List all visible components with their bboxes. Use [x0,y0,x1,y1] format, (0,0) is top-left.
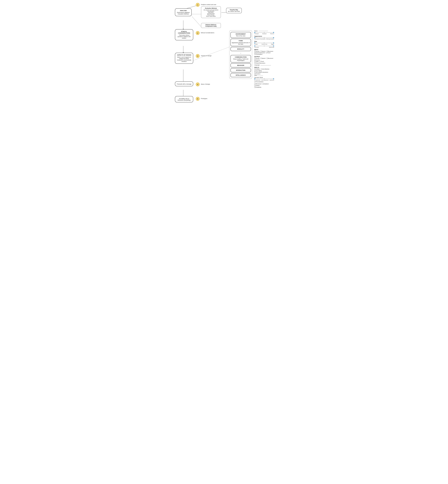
svg-line-8 [193,47,229,60]
personalization-label: Personalization [256,81,264,82]
zoomorphic-label: Zoomorphic. [260,38,266,40]
skills-joint-item: Joint Attention [261,68,269,70]
output-sounds-item: Sounds [254,58,259,59]
analytical-label: Analytical [264,83,269,84]
empathy-title: Empathy Map [228,9,240,10]
modality-title: MODALITY [232,48,250,50]
role-slider-track [254,32,274,33]
input-facial-item: Facial Expressions [254,52,265,53]
modality-slider-right-dot [273,45,274,47]
skills-imitation-checkbox[interactable] [254,68,256,70]
skills-checkboxes-2: Self-initiated interactions Emotions [254,72,274,74]
output-speech-checkbox[interactable] [260,58,262,59]
assistant-label: Assistant [262,33,267,34]
prototypes-box: low-fidelity, flow of interaction (story… [175,96,193,102]
behavior-box: BEHAVIOR [231,63,251,67]
caricatured-label: Caricatured [254,38,260,40]
communication-title: COMMUNICATION [232,56,250,58]
eval-methods-box: Evaluation Methods (for parents and spec… [201,6,221,18]
output-facial-checkbox[interactable] [254,63,256,64]
modality-slider-left-dot [254,45,255,47]
form-title: FORM [232,40,250,41]
properties-panel: Name: Therapist Assistant Partners Appar… [254,30,274,88]
output-checkboxes-1: Sounds Speech Movement Screens [254,58,274,61]
personalization-item: Personalization [254,81,264,82]
intelligence-title: INTELLIGENCE [232,74,250,76]
empathetic-checkbox[interactable] [254,87,256,88]
role-slider-right-dot [273,32,274,33]
skills-joint-checkbox[interactable] [261,68,262,70]
input-sounds-checkbox[interactable] [254,51,256,52]
step-4-circle: 4 [196,82,200,86]
intuitive-checkbox[interactable] [254,85,256,86]
input-checkboxes-3: Physiological [254,54,274,55]
size-title: Size [254,41,274,42]
operation-slider-right-dot [273,78,274,79]
communication-subtitle: Visual, Auditory, Tactile and Physiologi… [232,58,250,61]
operation-slider-labels: no autonomy semi-autonomy autonomy [254,80,274,81]
operation-slider-track [254,79,274,79]
operation-slider-tick [264,78,264,80]
aspects-title: ASPECTS OF DESIGN [177,54,192,56]
output-movement-item: Movement [266,58,273,59]
input-physiological-checkbox[interactable] [254,54,256,55]
skills-emotions-checkbox[interactable] [254,73,256,74]
output-lights-item: Lights [254,61,259,62]
input-movement-checkbox[interactable] [266,51,268,52]
size-slider-row: Smaller Human-Size Bigger [254,43,274,45]
output-checkboxes-2: Lights Touch Facial Expressions [254,61,274,64]
input-touch-checkbox[interactable] [266,52,267,53]
analytical-checkbox[interactable] [262,83,264,84]
role-slider-left-dot [254,32,255,33]
skills-emotions-item: Emotions [254,73,260,74]
unimodal-label: Unimodal [254,47,259,48]
ethical-title: ETHICAL CONSIDERATIONS [177,31,192,34]
interaction-title: INTERACTION [232,69,250,71]
eval-title: Evaluation Methods [202,8,219,9]
size-slider-right-dot [273,42,274,43]
output-title: OUTPUT [254,56,274,57]
appearance-title: Appareance [254,35,274,37]
mechanical-checkbox[interactable] [254,83,256,84]
robotic-platforms-box: Robotic Platforms Comparative study [201,23,221,28]
ethical-subtitle: Think about ethical questions related to… [177,34,192,39]
behavior-title: BEHAVIOR [232,65,250,66]
empathetic-label: Empathetic [256,87,261,88]
appearance-slider-right-dot [273,37,274,38]
name-label: Name: [254,30,258,32]
operation-slider-row: no autonomy semi-autonomy autonomy [254,79,274,81]
form-box: FORM Appareance physical and size of the… [231,39,251,46]
output-touch-checkbox[interactable] [259,61,261,62]
size-slider-track [254,43,274,43]
input-speech-checkbox[interactable] [260,51,262,52]
intelligence-checkboxes-2: Empathetic [254,87,274,88]
output-sounds-checkbox[interactable] [254,58,256,59]
step-1-circle: 1 [196,3,200,7]
output-movement-checkbox[interactable] [266,58,268,59]
size-slider-labels: Smaller Human-Size Bigger [254,44,274,45]
input-facial-checkbox[interactable] [254,52,256,53]
output-lights-checkbox[interactable] [254,61,256,62]
step-1-label: Analysis context and user [201,4,216,5]
robotic-title: Robotic Platforms Comparative study [202,24,219,27]
skills-turn-checkbox[interactable] [254,70,256,71]
empathy-map-box: Empathy Map (for children with ASD) [226,8,242,13]
form-subtitle: Appareance physical and size of the robo… [232,42,250,45]
empathy-subtitle: (for children with ASD) [228,11,240,12]
multimodal-label: Multimodal [269,47,274,48]
prototypes-text: low-fidelity, flow of interaction (story… [177,98,192,101]
personalization-row: Personalization [254,81,274,82]
appearance-slider-labels: Caricatured Zoomorphic. Anthropomorphic [254,38,274,40]
input-touch-item: Touch [266,52,271,53]
language-input-line [261,65,271,66]
personalization-checkbox[interactable] [254,81,256,82]
step-3-circle: 3 [196,54,200,58]
input-physiological-item: Physiological [254,54,262,55]
skills-self-checkbox[interactable] [254,72,256,73]
aspects-subtitle: Select a set of aspects to design the Ro… [177,56,192,62]
size-slider-left-dot [254,42,255,43]
therapist-label: Therapist [254,33,259,34]
output-screens-checkbox[interactable] [254,59,256,61]
modality-slider-row: Unimodal Multimodal [254,46,274,48]
role-slider-tick [264,32,264,33]
